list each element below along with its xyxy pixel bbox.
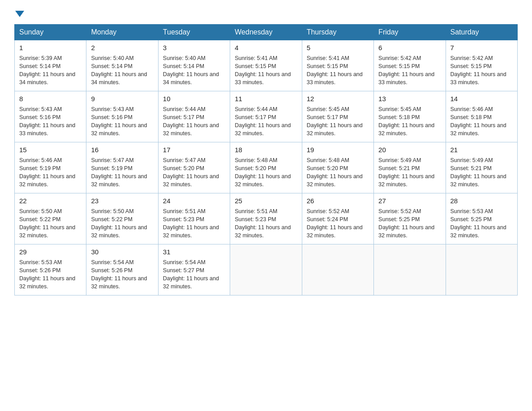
day-number: 13 xyxy=(378,94,441,104)
day-number: 21 xyxy=(450,145,513,155)
day-info: Sunrise: 5:49 AMSunset: 5:21 PMDaylight:… xyxy=(450,156,513,189)
day-info: Sunrise: 5:46 AMSunset: 5:19 PMDaylight:… xyxy=(19,156,82,189)
weekday-header-wednesday: Wednesday xyxy=(230,25,302,40)
day-number: 10 xyxy=(163,94,225,104)
calendar-cell: 22Sunrise: 5:50 AMSunset: 5:22 PMDayligh… xyxy=(15,193,86,244)
calendar-cell xyxy=(302,244,373,295)
day-number: 15 xyxy=(19,145,82,155)
day-number: 6 xyxy=(378,43,441,53)
day-number: 28 xyxy=(450,196,513,206)
day-number: 5 xyxy=(307,43,369,53)
day-info: Sunrise: 5:40 AMSunset: 5:14 PMDaylight:… xyxy=(163,54,225,87)
day-info: Sunrise: 5:40 AMSunset: 5:14 PMDaylight:… xyxy=(91,54,153,87)
day-number: 22 xyxy=(19,196,82,206)
day-number: 7 xyxy=(450,43,513,53)
calendar-cell: 14Sunrise: 5:46 AMSunset: 5:18 PMDayligh… xyxy=(446,91,517,142)
day-number: 23 xyxy=(91,196,153,206)
day-info: Sunrise: 5:53 AMSunset: 5:25 PMDaylight:… xyxy=(450,207,513,240)
calendar-cell: 31Sunrise: 5:54 AMSunset: 5:27 PMDayligh… xyxy=(158,244,230,295)
day-number: 4 xyxy=(235,43,297,53)
day-number: 3 xyxy=(163,43,225,53)
calendar-cell: 1Sunrise: 5:39 AMSunset: 5:14 PMDaylight… xyxy=(15,40,86,91)
day-info: Sunrise: 5:42 AMSunset: 5:15 PMDaylight:… xyxy=(378,54,441,87)
day-info: Sunrise: 5:41 AMSunset: 5:15 PMDaylight:… xyxy=(307,54,369,87)
calendar-cell: 21Sunrise: 5:49 AMSunset: 5:21 PMDayligh… xyxy=(446,142,517,193)
day-number: 24 xyxy=(163,196,225,206)
day-number: 29 xyxy=(19,247,82,257)
calendar-cell: 10Sunrise: 5:44 AMSunset: 5:17 PMDayligh… xyxy=(158,91,230,142)
day-number: 25 xyxy=(235,196,297,206)
calendar-cell: 19Sunrise: 5:48 AMSunset: 5:20 PMDayligh… xyxy=(302,142,373,193)
day-number: 1 xyxy=(19,43,82,53)
day-info: Sunrise: 5:45 AMSunset: 5:17 PMDaylight:… xyxy=(307,105,369,138)
day-number: 31 xyxy=(163,247,225,257)
day-info: Sunrise: 5:48 AMSunset: 5:20 PMDaylight:… xyxy=(307,156,369,189)
calendar-cell: 25Sunrise: 5:51 AMSunset: 5:23 PMDayligh… xyxy=(230,193,302,244)
weekday-header-thursday: Thursday xyxy=(302,25,373,40)
day-info: Sunrise: 5:43 AMSunset: 5:16 PMDaylight:… xyxy=(19,105,82,138)
calendar-cell xyxy=(230,244,302,295)
calendar-cell: 26Sunrise: 5:52 AMSunset: 5:24 PMDayligh… xyxy=(302,193,373,244)
day-number: 17 xyxy=(163,145,225,155)
calendar-cell: 30Sunrise: 5:54 AMSunset: 5:26 PMDayligh… xyxy=(86,244,158,295)
day-info: Sunrise: 5:43 AMSunset: 5:16 PMDaylight:… xyxy=(91,105,153,138)
calendar-week-row: 1Sunrise: 5:39 AMSunset: 5:14 PMDaylight… xyxy=(15,40,518,91)
day-number: 9 xyxy=(91,94,153,104)
day-info: Sunrise: 5:41 AMSunset: 5:15 PMDaylight:… xyxy=(235,54,297,87)
day-number: 12 xyxy=(307,94,369,104)
calendar-cell: 2Sunrise: 5:40 AMSunset: 5:14 PMDaylight… xyxy=(86,40,158,91)
day-info: Sunrise: 5:51 AMSunset: 5:23 PMDaylight:… xyxy=(235,207,297,240)
calendar-cell: 15Sunrise: 5:46 AMSunset: 5:19 PMDayligh… xyxy=(15,142,86,193)
day-info: Sunrise: 5:48 AMSunset: 5:20 PMDaylight:… xyxy=(235,156,297,189)
weekday-header-saturday: Saturday xyxy=(446,25,517,40)
day-info: Sunrise: 5:51 AMSunset: 5:23 PMDaylight:… xyxy=(163,207,225,240)
weekday-header-tuesday: Tuesday xyxy=(158,25,230,40)
day-number: 16 xyxy=(91,145,153,155)
calendar-table: SundayMondayTuesdayWednesdayThursdayFrid… xyxy=(14,24,518,295)
calendar-cell: 18Sunrise: 5:48 AMSunset: 5:20 PMDayligh… xyxy=(230,142,302,193)
logo-triangle-icon xyxy=(15,11,24,17)
page-header xyxy=(14,11,518,17)
calendar-week-row: 22Sunrise: 5:50 AMSunset: 5:22 PMDayligh… xyxy=(15,193,518,244)
day-number: 2 xyxy=(91,43,153,53)
day-number: 19 xyxy=(307,145,369,155)
calendar-cell: 24Sunrise: 5:51 AMSunset: 5:23 PMDayligh… xyxy=(158,193,230,244)
calendar-cell xyxy=(446,244,517,295)
calendar-week-row: 29Sunrise: 5:53 AMSunset: 5:26 PMDayligh… xyxy=(15,244,518,295)
calendar-cell: 5Sunrise: 5:41 AMSunset: 5:15 PMDaylight… xyxy=(302,40,373,91)
day-number: 11 xyxy=(235,94,297,104)
day-info: Sunrise: 5:44 AMSunset: 5:17 PMDaylight:… xyxy=(235,105,297,138)
day-number: 18 xyxy=(235,145,297,155)
day-info: Sunrise: 5:49 AMSunset: 5:21 PMDaylight:… xyxy=(378,156,441,189)
day-number: 26 xyxy=(307,196,369,206)
calendar-cell: 23Sunrise: 5:50 AMSunset: 5:22 PMDayligh… xyxy=(86,193,158,244)
day-info: Sunrise: 5:42 AMSunset: 5:15 PMDaylight:… xyxy=(450,54,513,87)
calendar-cell: 11Sunrise: 5:44 AMSunset: 5:17 PMDayligh… xyxy=(230,91,302,142)
day-number: 30 xyxy=(91,247,153,257)
calendar-cell: 13Sunrise: 5:45 AMSunset: 5:18 PMDayligh… xyxy=(374,91,446,142)
calendar-cell xyxy=(374,244,446,295)
calendar-cell: 7Sunrise: 5:42 AMSunset: 5:15 PMDaylight… xyxy=(446,40,517,91)
calendar-cell: 6Sunrise: 5:42 AMSunset: 5:15 PMDaylight… xyxy=(374,40,446,91)
day-number: 14 xyxy=(450,94,513,104)
day-info: Sunrise: 5:52 AMSunset: 5:24 PMDaylight:… xyxy=(307,207,369,240)
calendar-cell: 12Sunrise: 5:45 AMSunset: 5:17 PMDayligh… xyxy=(302,91,373,142)
calendar-cell: 16Sunrise: 5:47 AMSunset: 5:19 PMDayligh… xyxy=(86,142,158,193)
calendar-cell: 3Sunrise: 5:40 AMSunset: 5:14 PMDaylight… xyxy=(158,40,230,91)
calendar-cell: 8Sunrise: 5:43 AMSunset: 5:16 PMDaylight… xyxy=(15,91,86,142)
calendar-cell: 9Sunrise: 5:43 AMSunset: 5:16 PMDaylight… xyxy=(86,91,158,142)
day-info: Sunrise: 5:47 AMSunset: 5:20 PMDaylight:… xyxy=(163,156,225,189)
day-number: 20 xyxy=(378,145,441,155)
weekday-header-friday: Friday xyxy=(374,25,446,40)
calendar-cell: 27Sunrise: 5:52 AMSunset: 5:25 PMDayligh… xyxy=(374,193,446,244)
weekday-header-monday: Monday xyxy=(86,25,158,40)
calendar-week-row: 8Sunrise: 5:43 AMSunset: 5:16 PMDaylight… xyxy=(15,91,518,142)
calendar-cell: 29Sunrise: 5:53 AMSunset: 5:26 PMDayligh… xyxy=(15,244,86,295)
day-info: Sunrise: 5:50 AMSunset: 5:22 PMDaylight:… xyxy=(91,207,153,240)
logo xyxy=(14,11,25,17)
day-info: Sunrise: 5:44 AMSunset: 5:17 PMDaylight:… xyxy=(163,105,225,138)
calendar-cell: 17Sunrise: 5:47 AMSunset: 5:20 PMDayligh… xyxy=(158,142,230,193)
day-info: Sunrise: 5:53 AMSunset: 5:26 PMDaylight:… xyxy=(19,258,82,291)
day-number: 8 xyxy=(19,94,82,104)
day-info: Sunrise: 5:45 AMSunset: 5:18 PMDaylight:… xyxy=(378,105,441,138)
